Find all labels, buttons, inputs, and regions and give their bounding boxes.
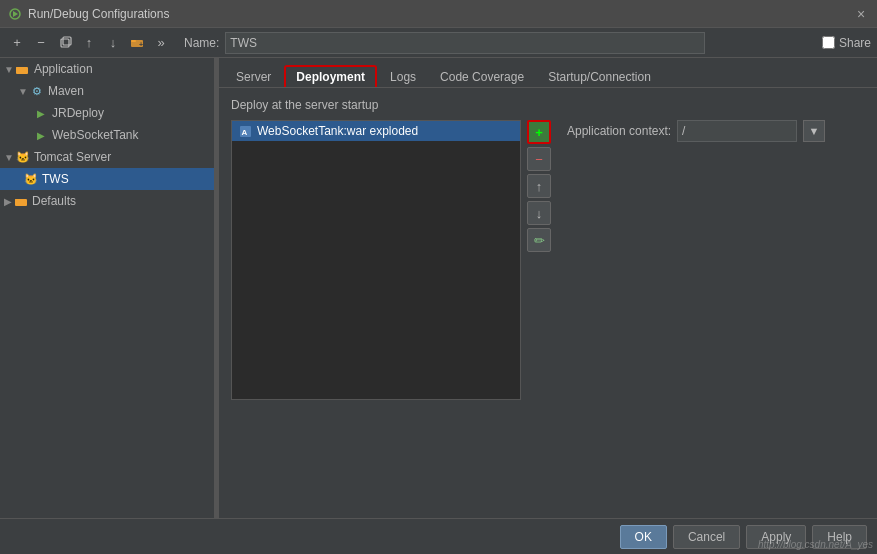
title-bar-title: Run/Debug Configurations bbox=[28, 7, 853, 21]
sidebar-item-defaults[interactable]: ▶ Defaults bbox=[0, 190, 214, 212]
content-area: Server Deployment Logs Code Coverage Sta… bbox=[219, 58, 877, 518]
expand-arrow-tomcat: ▼ bbox=[4, 152, 14, 163]
expand-arrow-defaults: ▶ bbox=[4, 196, 12, 207]
share-checkbox[interactable] bbox=[822, 36, 835, 49]
context-dropdown-button[interactable]: ▼ bbox=[803, 120, 825, 142]
deploy-row: A WebSocketTank:war exploded + − ↑ ↓ ✏ bbox=[231, 120, 865, 400]
sidebar-label-websockettank: WebSocketTank bbox=[52, 128, 139, 142]
tomcat-icon-tws: 🐱 bbox=[24, 172, 38, 186]
sidebar-label-maven: Maven bbox=[48, 84, 84, 98]
svg-rect-2 bbox=[61, 39, 69, 47]
name-label: Name: bbox=[184, 36, 219, 50]
sidebar-label-tws: TWS bbox=[42, 172, 69, 186]
sidebar-item-jrdeploy[interactable]: ▶ JRDeploy bbox=[0, 102, 214, 124]
title-bar-icon bbox=[8, 7, 22, 21]
deploy-item-label: WebSocketTank:war exploded bbox=[257, 124, 418, 138]
sidebar-label-tomcat-server: Tomcat Server bbox=[34, 150, 111, 164]
deploy-list: A WebSocketTank:war exploded bbox=[231, 120, 521, 400]
watermark: http://blog.csdn.net/A_yes bbox=[758, 539, 873, 550]
move-up-button[interactable]: ↑ bbox=[78, 32, 100, 54]
context-input[interactable] bbox=[677, 120, 797, 142]
expand-arrow-maven: ▼ bbox=[18, 86, 28, 97]
edit-artifact-button[interactable]: ✏ bbox=[527, 228, 551, 252]
deploy-section-label: Deploy at the server startup bbox=[231, 98, 865, 112]
sidebar-item-maven[interactable]: ▼ ⚙ Maven bbox=[0, 80, 214, 102]
close-button[interactable]: × bbox=[853, 6, 869, 22]
tab-logs[interactable]: Logs bbox=[379, 66, 427, 87]
remove-artifact-button[interactable]: − bbox=[527, 147, 551, 171]
main-layout: ▼ Application ▼ ⚙ Maven ▶ JRDeploy ▶ Web… bbox=[0, 58, 877, 518]
sidebar-label-jrdeploy: JRDeploy bbox=[52, 106, 104, 120]
run-icon-websockettank: ▶ bbox=[34, 128, 48, 142]
move-down-artifact-button[interactable]: ↓ bbox=[527, 201, 551, 225]
cancel-button[interactable]: Cancel bbox=[673, 525, 740, 549]
remove-config-button[interactable]: − bbox=[30, 32, 52, 54]
name-input[interactable] bbox=[225, 32, 705, 54]
tomcat-icon-server: 🐱 bbox=[16, 150, 30, 164]
tab-code-coverage[interactable]: Code Coverage bbox=[429, 66, 535, 87]
copy-config-button[interactable] bbox=[54, 32, 76, 54]
share-label: Share bbox=[839, 36, 871, 50]
move-down-button[interactable]: ↓ bbox=[102, 32, 124, 54]
folder-icon-defaults bbox=[14, 194, 28, 208]
svg-rect-10 bbox=[15, 199, 20, 201]
more-button[interactable]: » bbox=[150, 32, 172, 54]
move-up-artifact-button[interactable]: ↑ bbox=[527, 174, 551, 198]
sidebar-item-application[interactable]: ▼ Application bbox=[0, 58, 214, 80]
ok-button[interactable]: OK bbox=[620, 525, 667, 549]
toolbar: + − ↑ ↓ + » Name: Share bbox=[0, 28, 877, 58]
tab-deployment[interactable]: Deployment bbox=[284, 65, 377, 87]
svg-rect-3 bbox=[63, 37, 71, 45]
svg-marker-1 bbox=[13, 11, 18, 17]
add-config-button[interactable]: + bbox=[6, 32, 28, 54]
tab-server[interactable]: Server bbox=[225, 66, 282, 87]
list-item-websockettankwar[interactable]: A WebSocketTank:war exploded bbox=[232, 121, 520, 141]
gear-icon-maven: ⚙ bbox=[30, 84, 44, 98]
run-icon-jrdeploy: ▶ bbox=[34, 106, 48, 120]
sidebar: ▼ Application ▼ ⚙ Maven ▶ JRDeploy ▶ Web… bbox=[0, 58, 215, 518]
folder-icon-application bbox=[16, 62, 30, 76]
tabs-bar: Server Deployment Logs Code Coverage Sta… bbox=[219, 58, 877, 88]
svg-text:+: + bbox=[139, 41, 143, 48]
add-artifact-button[interactable]: + bbox=[527, 120, 551, 144]
context-panel: Application context: ▼ bbox=[557, 120, 865, 150]
expand-arrow-application: ▼ bbox=[4, 64, 14, 75]
svg-rect-8 bbox=[16, 67, 21, 69]
sidebar-item-tws[interactable]: 🐱 TWS bbox=[0, 168, 214, 190]
sidebar-label-application: Application bbox=[34, 62, 93, 76]
tab-startup-connection[interactable]: Startup/Connection bbox=[537, 66, 662, 87]
svg-text:A: A bbox=[241, 128, 247, 137]
svg-rect-5 bbox=[131, 40, 136, 42]
title-bar: Run/Debug Configurations × bbox=[0, 0, 877, 28]
context-label: Application context: bbox=[567, 124, 671, 138]
sidebar-item-websockettank[interactable]: ▶ WebSocketTank bbox=[0, 124, 214, 146]
bottom-bar: OK Cancel Apply Help bbox=[0, 518, 877, 554]
deploy-side-buttons: + − ↑ ↓ ✏ bbox=[527, 120, 551, 252]
deployment-panel: Deploy at the server startup A WebSocket… bbox=[219, 88, 877, 518]
share-area: Share bbox=[822, 36, 871, 50]
sidebar-label-defaults: Defaults bbox=[32, 194, 76, 208]
context-row: Application context: ▼ bbox=[567, 120, 865, 142]
sidebar-item-tomcat-server[interactable]: ▼ 🐱 Tomcat Server bbox=[0, 146, 214, 168]
new-folder-button[interactable]: + bbox=[126, 32, 148, 54]
artifact-icon: A bbox=[238, 124, 252, 138]
